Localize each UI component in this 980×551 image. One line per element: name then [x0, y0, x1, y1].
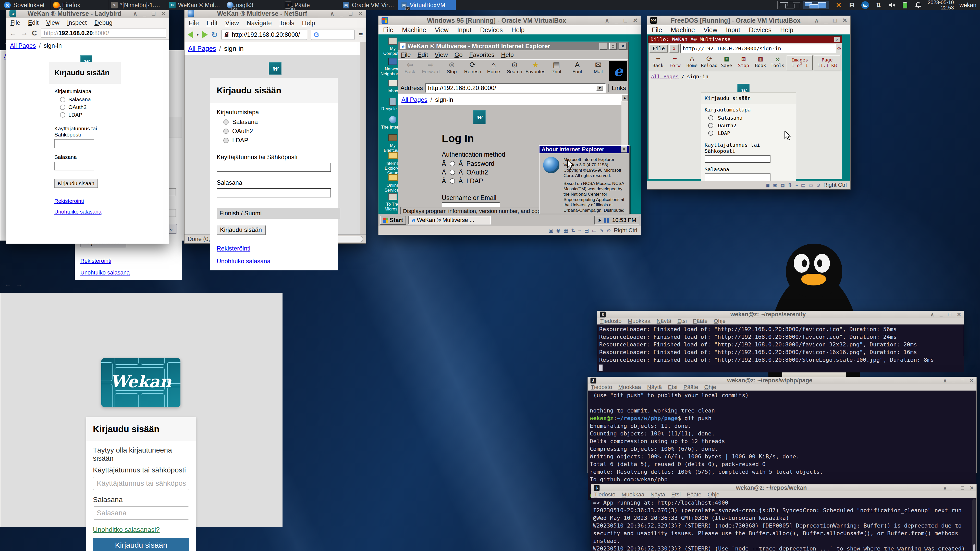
- menu-debug[interactable]: Debug: [94, 19, 113, 26]
- cd-status-icon[interactable]: ◉: [556, 227, 561, 233]
- usb-status-icon[interactable]: ⌁: [578, 227, 581, 233]
- close-button[interactable]: ✕: [619, 43, 627, 50]
- menu-view[interactable]: View: [435, 26, 449, 34]
- home-button[interactable]: ⌂Home: [483, 61, 504, 75]
- close-button[interactable]: ✕: [969, 485, 974, 491]
- minimize-button[interactable]: _: [940, 311, 942, 318]
- close-button[interactable]: ✕: [957, 311, 961, 318]
- menu-help[interactable]: Help: [501, 51, 514, 59]
- stop-button[interactable]: ⊠Stop: [735, 55, 752, 68]
- password-input[interactable]: [217, 188, 331, 197]
- menu-favorites[interactable]: Favorites: [469, 51, 495, 59]
- shared-folder-status-icon[interactable]: ▤: [584, 227, 589, 233]
- netsurf-titlebar[interactable]: WeKan ® Multiverse - NetSurf ∧_□✕: [185, 9, 366, 18]
- hdd-status-icon[interactable]: ▣: [765, 182, 770, 188]
- terminal-scrollbar[interactable]: [972, 499, 976, 551]
- password-input[interactable]: [705, 173, 770, 181]
- close-button[interactable]: ✕: [620, 146, 627, 152]
- shared-folder-status-icon[interactable]: ▤: [801, 182, 805, 188]
- menu-ohje[interactable]: Ohje: [708, 491, 719, 498]
- radio-ldap[interactable]: [450, 178, 455, 184]
- menu-paate[interactable]: Pääte: [693, 318, 708, 324]
- menu-view[interactable]: View: [46, 19, 59, 26]
- applications-menu[interactable]: ✕ Sovellukset: [0, 0, 49, 10]
- tray-app-icon[interactable]: ✕: [835, 1, 842, 9]
- search-icon[interactable]: ⊙: [837, 45, 841, 52]
- shade-button[interactable]: ∧: [943, 378, 947, 384]
- back-icon[interactable]: [188, 31, 193, 38]
- links-button[interactable]: Links: [612, 84, 626, 92]
- menu-etsi[interactable]: Etsi: [671, 491, 681, 498]
- taskbar-item-wekan-ladybird[interactable]: w WeKan ® Multiverse - L...: [166, 0, 224, 10]
- maximize-button[interactable]: □: [152, 10, 156, 17]
- forward-button[interactable]: ➡Forw: [667, 55, 683, 68]
- maximize-button[interactable]: □: [833, 17, 837, 24]
- refresh-button[interactable]: ⟳Refresh: [462, 61, 483, 75]
- menu-view[interactable]: View: [434, 51, 448, 59]
- minimize-button[interactable]: _: [953, 378, 955, 384]
- menu-nayta[interactable]: Näytä: [657, 318, 671, 324]
- titlebar[interactable]: $ wekan@z: ~/repos/wekan ∧_□✕: [591, 484, 977, 491]
- terminal-output[interactable]: (use "git push" to publish your local co…: [588, 391, 977, 500]
- reload-icon[interactable]: C: [32, 29, 37, 37]
- menu-muokkaa[interactable]: Muokkaa: [628, 318, 651, 324]
- all-pages-link[interactable]: All Pages: [10, 42, 36, 49]
- display-status-icon[interactable]: ▭: [808, 182, 813, 188]
- menu-nayta[interactable]: Näytä: [647, 384, 662, 391]
- forward-icon[interactable]: →: [21, 29, 28, 37]
- network-tray-icon[interactable]: ⇅: [875, 1, 882, 9]
- radio-ldap[interactable]: [60, 112, 65, 118]
- forgot-password-link[interactable]: Unohditko salasanasi?: [93, 526, 160, 534]
- forgot-password-link[interactable]: Unohtuiko salasana: [54, 209, 101, 214]
- menu-edit[interactable]: Edit: [207, 19, 218, 27]
- menu-go[interactable]: Go: [455, 51, 463, 59]
- close-button[interactable]: ✕: [834, 37, 840, 42]
- menu-view[interactable]: View: [703, 26, 718, 34]
- forgot-password-link[interactable]: Unohtuiko salasana: [217, 258, 270, 265]
- forgot-password-link[interactable]: Unohtuiko salasana: [80, 269, 130, 276]
- close-button[interactable]: ✕: [842, 17, 847, 24]
- close-button[interactable]: ✕: [358, 10, 363, 17]
- menu-help[interactable]: Help: [780, 26, 793, 34]
- forward-icon[interactable]: [202, 31, 208, 38]
- radio-oauth2[interactable]: [708, 123, 713, 128]
- menu-nayta[interactable]: Näytä: [651, 491, 665, 498]
- taskbar-item-virtualboxvm[interactable]: ▣2 VirtualBoxVM: [398, 0, 456, 10]
- shade-button[interactable]: ∧: [605, 17, 609, 24]
- url-bar[interactable]: http://192.168.0.20:8000/: [41, 29, 166, 38]
- menu-devices[interactable]: Devices: [749, 26, 772, 34]
- network-status-icon[interactable]: ⇅: [788, 182, 792, 188]
- menu-icon[interactable]: ≡: [358, 30, 363, 39]
- address-dropdown-icon[interactable]: ▼: [597, 86, 603, 91]
- minimize-button[interactable]: _: [143, 10, 146, 17]
- panel-clock[interactable]: 2023-05-10 22:53: [928, 0, 954, 11]
- all-pages-link[interactable]: All Pages: [401, 96, 427, 103]
- minimize-button[interactable]: _: [824, 17, 828, 24]
- vertical-scrollbar[interactable]: [360, 42, 366, 234]
- volume-icon[interactable]: 🕩: [597, 217, 601, 224]
- battery-tray-icon[interactable]: [901, 1, 909, 9]
- menu-ohje[interactable]: Ohje: [704, 384, 716, 391]
- shade-button[interactable]: ∧: [133, 10, 137, 17]
- scrollbar-thumb[interactable]: [973, 545, 975, 551]
- register-link[interactable]: Rekisteröinti: [80, 258, 111, 264]
- address-input[interactable]: http://192.168.0.20:8000/ ▼: [425, 83, 606, 93]
- menu-inspect[interactable]: Inspect: [67, 19, 87, 26]
- taskbar-item-terminal[interactable]: $5 Pääte: [282, 0, 340, 10]
- register-link[interactable]: Rekisteröinti: [54, 198, 84, 204]
- menu-tools[interactable]: Tools: [280, 19, 294, 27]
- notifications-tray-icon[interactable]: [915, 1, 922, 9]
- menu-etsi[interactable]: Etsi: [668, 384, 677, 391]
- terminal-output[interactable]: ResourceLoader: Finished load of: "http:…: [597, 324, 964, 372]
- shade-button[interactable]: ∧: [943, 485, 947, 491]
- forward-icon[interactable]: →: [15, 280, 22, 288]
- hp-tray-icon[interactable]: hp: [861, 1, 869, 9]
- floppy-status-icon[interactable]: ▦: [780, 182, 785, 188]
- menu-input[interactable]: Input: [457, 26, 472, 34]
- save-button[interactable]: ▦Save: [719, 55, 735, 68]
- username-input[interactable]: [217, 163, 331, 172]
- taskbar-item-netsurf[interactable]: 2 nsgtk3: [224, 0, 282, 10]
- username-input[interactable]: [93, 477, 189, 490]
- mouse-integration-icon[interactable]: ⊙: [607, 227, 611, 233]
- all-pages-link[interactable]: All Pages: [188, 44, 216, 52]
